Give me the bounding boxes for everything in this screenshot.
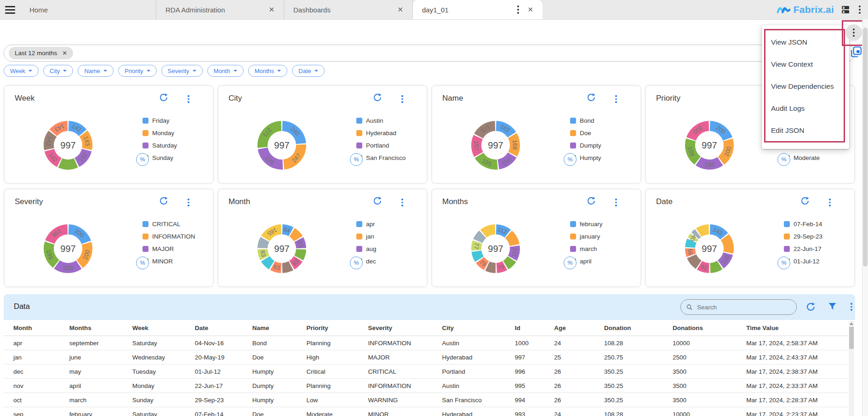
column-header-time-value[interactable]: Time Value bbox=[737, 320, 848, 336]
donut-chart-city[interactable]: 240247239271997 bbox=[252, 115, 312, 175]
filter-chip-name[interactable]: Name bbox=[78, 65, 114, 77]
card-menu-icon[interactable] bbox=[613, 197, 619, 208]
filter-chip-week[interactable]: Week bbox=[4, 65, 39, 77]
donut-chart-week[interactable]: 142143142142143143997 bbox=[38, 115, 98, 175]
table-scrollbar-thumb[interactable] bbox=[849, 327, 854, 349]
percent-toggle-button[interactable]: % bbox=[350, 153, 363, 166]
tab-dashboards[interactable]: Dashboards ✕ bbox=[284, 0, 413, 19]
card-menu-icon[interactable] bbox=[400, 93, 405, 105]
percent-toggle-button[interactable]: % bbox=[350, 256, 363, 269]
column-header-city[interactable]: City bbox=[433, 320, 505, 336]
refresh-icon[interactable] bbox=[587, 196, 596, 205]
column-header-months[interactable]: Months bbox=[60, 320, 123, 336]
tab-bar: Home RDA Administration ✕ Dashboards ✕ d… bbox=[0, 0, 868, 20]
percent-toggle-button[interactable]: % bbox=[564, 153, 577, 166]
refresh-icon[interactable] bbox=[587, 93, 596, 102]
donut-chart-priority[interactable]: 200200198199200997 bbox=[680, 115, 739, 175]
close-icon[interactable]: ✕ bbox=[527, 6, 533, 14]
chevron-down-icon bbox=[103, 70, 107, 72]
table-cell: february bbox=[60, 407, 123, 416]
refresh-icon[interactable] bbox=[373, 196, 382, 205]
table-cell: Austin bbox=[433, 336, 505, 350]
menu-item-edit-json[interactable]: Edit JSON bbox=[762, 120, 849, 142]
filter-chip-city[interactable]: City bbox=[43, 65, 73, 77]
close-icon[interactable]: ✕ bbox=[397, 6, 403, 14]
filter-chip-priority[interactable]: Priority bbox=[118, 65, 156, 77]
card-menu-icon[interactable] bbox=[400, 197, 405, 208]
table-cell: WARNING bbox=[358, 393, 432, 407]
page-scrollbar-thumb[interactable] bbox=[863, 28, 868, 267]
percent-toggle-button[interactable]: % bbox=[564, 256, 577, 269]
table-cell: 995 bbox=[505, 379, 545, 393]
column-header-name[interactable]: Name bbox=[243, 320, 297, 336]
menu-item-audit-logs[interactable]: Audit Logs bbox=[762, 97, 849, 120]
segment-value-label: 168 bbox=[511, 140, 518, 150]
refresh-icon[interactable] bbox=[806, 302, 816, 312]
tab-home[interactable]: Home bbox=[20, 0, 156, 19]
save-view-icon[interactable] bbox=[850, 46, 862, 58]
card-menu-icon[interactable] bbox=[613, 93, 619, 105]
card-menu-icon[interactable] bbox=[827, 197, 833, 208]
search-input[interactable] bbox=[696, 303, 791, 311]
table-cell: CRITICAL bbox=[358, 365, 432, 379]
filter-chip-date[interactable]: Date bbox=[292, 65, 324, 77]
donut-chart-date[interactable]: 143118926640997 bbox=[680, 219, 739, 279]
close-icon[interactable]: ✕ bbox=[62, 50, 67, 57]
apps-stack-icon[interactable] bbox=[841, 5, 850, 14]
donut-segment[interactable] bbox=[58, 158, 78, 170]
menu-item-view-context[interactable]: View Context bbox=[762, 53, 849, 75]
tab-kebab-icon[interactable] bbox=[515, 4, 521, 16]
donut-chart-months[interactable]: 112112797977997 bbox=[466, 219, 525, 279]
percent-toggle-button[interactable]: % bbox=[777, 256, 790, 269]
menu-item-view-json[interactable]: View JSON bbox=[762, 31, 849, 53]
hamburger-menu-icon[interactable] bbox=[0, 0, 20, 19]
dashboard-menu-button[interactable] bbox=[845, 24, 862, 41]
percent-toggle-button[interactable]: % bbox=[777, 153, 790, 166]
kebab-menu-icon[interactable] bbox=[857, 4, 862, 16]
column-header-priority[interactable]: Priority bbox=[297, 320, 358, 336]
refresh-icon[interactable] bbox=[159, 196, 168, 205]
card-menu-icon[interactable] bbox=[186, 197, 191, 208]
column-header-donation[interactable]: Donation bbox=[594, 320, 663, 336]
donut-chart-month[interactable]: 8483838383165997 bbox=[252, 219, 312, 279]
legend-label: San Francisco bbox=[366, 154, 405, 161]
donut-chart-name[interactable]: 162168150185157175997 bbox=[466, 115, 525, 175]
column-header-date[interactable]: Date bbox=[185, 320, 243, 336]
filter-chip-month[interactable]: Month bbox=[207, 65, 244, 77]
table-menu-icon[interactable] bbox=[849, 301, 854, 313]
column-header-donations[interactable]: Donations bbox=[663, 320, 737, 336]
column-header-week[interactable]: Week bbox=[123, 320, 185, 336]
card-menu-icon[interactable] bbox=[186, 93, 191, 105]
tab-label: Home bbox=[29, 6, 147, 14]
tab-rda-administration[interactable]: RDA Administration ✕ bbox=[156, 0, 284, 19]
column-header-severity[interactable]: Severity bbox=[358, 320, 432, 336]
search-box[interactable] bbox=[680, 299, 797, 315]
filter-chip-severity[interactable]: Severity bbox=[161, 65, 203, 77]
column-header-age[interactable]: Age bbox=[544, 320, 594, 336]
legend: AustinHyderabadPortlandSan Francisco bbox=[356, 114, 405, 164]
donut-chart-severity[interactable]: 200200200199198997 bbox=[38, 219, 98, 279]
tab-day1-01[interactable]: day1_01 ✕ bbox=[413, 0, 542, 19]
close-icon[interactable]: ✕ bbox=[268, 6, 274, 14]
table-cell: Hyderabad bbox=[433, 350, 505, 365]
legend-swatch bbox=[143, 118, 148, 124]
column-header-month[interactable]: Month bbox=[4, 320, 60, 336]
card-month: Month8483838383165997aprjanaugdec% bbox=[218, 189, 427, 286]
refresh-icon[interactable] bbox=[373, 93, 382, 102]
percent-toggle-button[interactable]: % bbox=[136, 153, 149, 166]
legend-label: Friday bbox=[152, 117, 170, 124]
column-header-id[interactable]: Id bbox=[505, 320, 545, 336]
table-cell: 24 bbox=[544, 336, 594, 350]
table-cell: 3500 bbox=[663, 365, 737, 379]
menu-item-view-dependencies[interactable]: View Dependencies bbox=[762, 75, 849, 97]
card-severity: Severity200200200199198997CRITICALINFORM… bbox=[5, 189, 213, 286]
legend-label: MINOR bbox=[152, 258, 173, 265]
filter-funnel-icon[interactable] bbox=[828, 302, 837, 311]
percent-toggle-button[interactable]: % bbox=[136, 256, 149, 269]
refresh-icon[interactable] bbox=[800, 196, 810, 205]
scroll-up-icon[interactable] bbox=[850, 322, 853, 325]
time-range-chip[interactable]: Last 12 months ✕ bbox=[9, 47, 73, 59]
legend-swatch bbox=[784, 234, 790, 239]
refresh-icon[interactable] bbox=[159, 93, 168, 102]
filter-chip-months[interactable]: Months bbox=[248, 65, 288, 77]
